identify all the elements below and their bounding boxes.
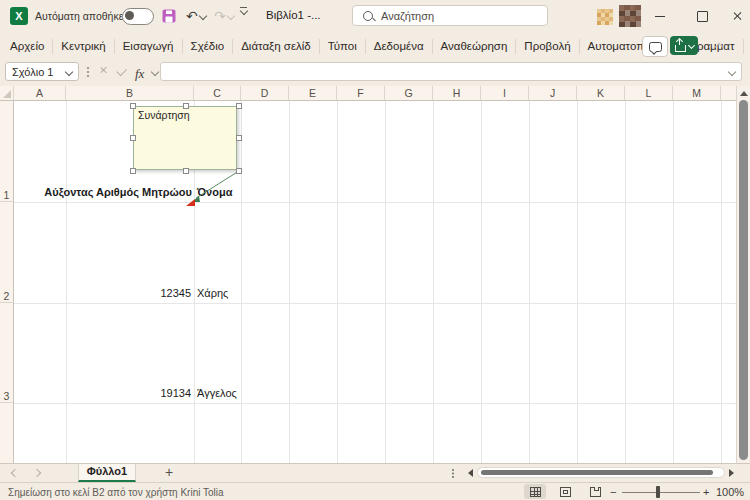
selection-handle[interactable] bbox=[236, 135, 242, 141]
column-header-partial[interactable] bbox=[721, 86, 736, 100]
zoom-slider-thumb[interactable] bbox=[656, 486, 660, 498]
sheet-nav-right-icon[interactable] bbox=[33, 469, 41, 477]
tab-draw[interactable]: Σχέδιο bbox=[183, 39, 234, 54]
name-box-value: Σχόλιο 1 bbox=[12, 66, 53, 78]
zoom-level[interactable]: 100% bbox=[716, 486, 744, 498]
sheet-tab-bar: Φύλλο1 + bbox=[0, 463, 750, 482]
add-sheet-button[interactable]: + bbox=[160, 464, 178, 482]
scroll-left-icon[interactable] bbox=[468, 469, 473, 477]
undo-button[interactable]: ↶ bbox=[186, 7, 206, 25]
selection-handle[interactable] bbox=[130, 135, 136, 141]
tab-data[interactable]: Δεδομένα bbox=[366, 39, 433, 54]
minimize-button[interactable] bbox=[650, 6, 670, 26]
column-header-f[interactable]: F bbox=[337, 86, 385, 100]
selection-handle[interactable] bbox=[183, 103, 189, 109]
column-header-i[interactable]: I bbox=[481, 86, 529, 100]
row-header-1[interactable]: 1 bbox=[0, 101, 14, 202]
sheet-tab-fyllo1[interactable]: Φύλλο1 bbox=[78, 464, 136, 482]
column-header-j[interactable]: J bbox=[529, 86, 577, 100]
tab-view[interactable]: Προβολή bbox=[516, 39, 579, 54]
column-header-g[interactable]: G bbox=[385, 86, 433, 100]
tab-home[interactable]: Κεντρική bbox=[53, 39, 114, 54]
sheet-nav-left-icon[interactable] bbox=[11, 469, 19, 477]
page-break-view-button[interactable] bbox=[584, 484, 606, 499]
gridline bbox=[14, 403, 736, 404]
column-header-h[interactable]: H bbox=[433, 86, 481, 100]
cell-b2[interactable]: 12345 bbox=[60, 287, 191, 300]
column-header-k[interactable]: K bbox=[577, 86, 625, 100]
comments-button[interactable] bbox=[642, 36, 668, 57]
tab-insert[interactable]: Εισαγωγή bbox=[115, 39, 183, 54]
save-button[interactable] bbox=[162, 7, 176, 25]
column-header-b[interactable]: B bbox=[66, 86, 194, 100]
selection-handle[interactable] bbox=[236, 103, 242, 109]
page-break-icon bbox=[590, 487, 601, 497]
spreadsheet-grid[interactable]: A B C D E F G H I J K L M 1 2 3 bbox=[0, 86, 736, 463]
name-box-resize-handle[interactable] bbox=[87, 67, 89, 69]
customize-quick-access-button[interactable] bbox=[240, 7, 247, 25]
vertical-scrollbar-thumb[interactable] bbox=[739, 100, 748, 460]
chevron-down-icon[interactable] bbox=[198, 12, 206, 20]
selection-handle[interactable] bbox=[130, 168, 136, 174]
chevron-down-icon[interactable] bbox=[151, 68, 159, 76]
tab-review[interactable]: Αναθεώρηση bbox=[433, 39, 517, 54]
undo-icon: ↶ bbox=[186, 7, 198, 25]
app-badge-pixelated bbox=[597, 9, 613, 25]
user-avatar[interactable] bbox=[619, 5, 641, 27]
selection-handle[interactable] bbox=[183, 168, 189, 174]
column-header-m[interactable]: M bbox=[673, 86, 721, 100]
excel-logo-icon[interactable]: X bbox=[10, 7, 28, 25]
autosave-toggle[interactable] bbox=[122, 8, 154, 25]
redo-button[interactable]: ↷ bbox=[214, 7, 234, 25]
note-box[interactable]: Συνάρτηση bbox=[133, 106, 237, 170]
row-header-2[interactable]: 2 bbox=[0, 202, 14, 303]
vertical-scrollbar[interactable] bbox=[736, 86, 750, 463]
tab-formulas[interactable]: Τύποι bbox=[320, 39, 366, 54]
cell-b1[interactable]: Αύξοντας Αριθμός Μητρώου bbox=[20, 186, 192, 199]
column-header-a[interactable]: A bbox=[14, 86, 66, 100]
insert-function-button[interactable]: fx bbox=[135, 64, 144, 82]
ribbon-tab-bar: Αρχείο Κεντρική Εισαγωγή Σχέδιο Διάταξη … bbox=[2, 33, 750, 59]
zoom-slider[interactable] bbox=[622, 492, 700, 493]
row-header-4-partial[interactable] bbox=[0, 403, 14, 463]
save-icon bbox=[162, 9, 176, 23]
tab-help[interactable]: Βοήθεια bbox=[744, 39, 750, 54]
chevron-down-icon[interactable] bbox=[65, 67, 73, 75]
confirm-entry-button[interactable] bbox=[117, 68, 126, 74]
maximize-button[interactable] bbox=[692, 6, 712, 26]
normal-view-button[interactable] bbox=[524, 484, 546, 499]
tab-file[interactable]: Αρχείο bbox=[2, 39, 53, 54]
column-header-l[interactable]: L bbox=[625, 86, 673, 100]
cell-b3[interactable]: 19134 bbox=[60, 387, 191, 400]
page-layout-view-button[interactable] bbox=[554, 484, 576, 499]
column-header-e[interactable]: E bbox=[289, 86, 337, 100]
scrollbar-resize-handle[interactable] bbox=[452, 469, 454, 471]
page-layout-icon bbox=[560, 487, 571, 497]
scroll-right-icon[interactable] bbox=[729, 469, 734, 477]
cell-c3[interactable]: Άγγελος bbox=[197, 387, 257, 400]
expand-formula-bar-icon[interactable] bbox=[728, 68, 736, 76]
selection-handle[interactable] bbox=[236, 168, 242, 174]
formula-input[interactable] bbox=[160, 62, 742, 81]
search-icon bbox=[363, 11, 373, 21]
zoom-out-button[interactable]: − bbox=[610, 486, 616, 498]
cell-c2[interactable]: Χάρης bbox=[197, 287, 257, 300]
horizontal-scrollbar-thumb[interactable] bbox=[481, 470, 713, 475]
cell-c1[interactable]: Όνομα bbox=[197, 186, 257, 199]
row-header-3[interactable]: 3 bbox=[0, 303, 14, 403]
search-input[interactable]: Αναζήτηση bbox=[352, 5, 548, 26]
select-all-button[interactable] bbox=[0, 86, 14, 100]
scroll-up-icon[interactable] bbox=[740, 91, 748, 96]
column-header-d[interactable]: D bbox=[241, 86, 289, 100]
close-icon bbox=[733, 11, 743, 21]
maximize-icon bbox=[697, 11, 708, 22]
close-button[interactable] bbox=[728, 6, 748, 26]
column-header-c[interactable]: C bbox=[194, 86, 241, 100]
zoom-in-button[interactable]: + bbox=[703, 486, 709, 498]
gridline bbox=[14, 303, 736, 304]
share-button[interactable] bbox=[670, 36, 698, 55]
horizontal-scrollbar[interactable] bbox=[477, 467, 725, 478]
selection-handle[interactable] bbox=[130, 103, 136, 109]
tab-page-layout[interactable]: Διάταξη σελίδ bbox=[233, 39, 320, 54]
name-box[interactable]: Σχόλιο 1 bbox=[5, 62, 79, 81]
